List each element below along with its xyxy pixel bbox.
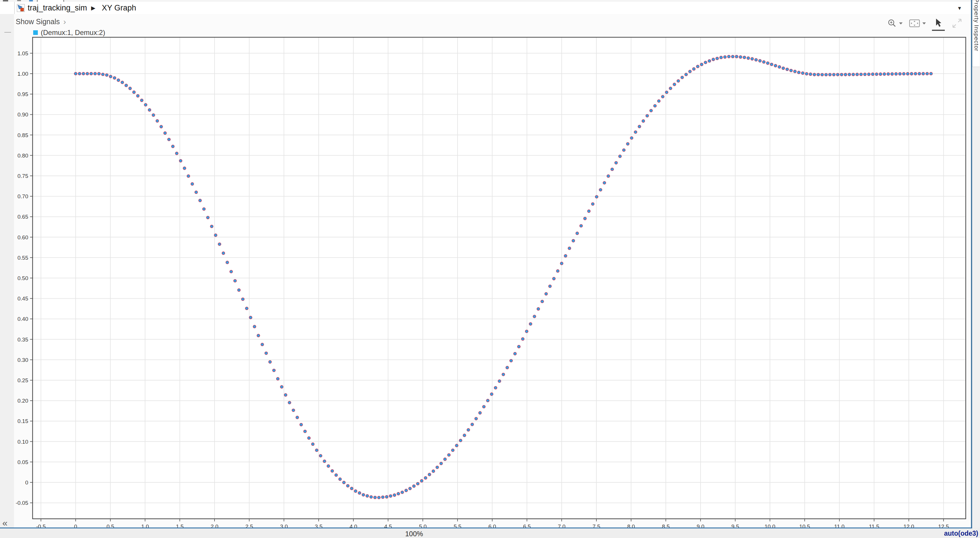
back-arrow-fragment [3,0,8,2]
property-inspector-tab[interactable]: Property Inspector [972,0,980,67]
right-panel-strip: Property Inspector [972,0,980,527]
status-bar: 100% auto(ode3) [0,527,980,538]
zoom-button[interactable] [887,18,903,28]
graph-canvas: -0.500.51.01.52.02.53.03.54.04.55.05.56.… [14,14,971,527]
plot-toolbar [887,17,962,30]
svg-text:0.20: 0.20 [18,398,28,404]
zoom-dropdown-caret[interactable] [899,22,903,25]
fit-to-view-icon [909,18,920,28]
svg-text:5.0: 5.0 [419,524,426,527]
svg-text:6.5: 6.5 [523,524,531,527]
chevron-right-icon: › [63,18,66,25]
svg-text:2.0: 2.0 [211,524,218,527]
svg-text:0.50: 0.50 [18,275,28,281]
svg-text:11.5: 11.5 [869,524,879,527]
svg-text:1.05: 1.05 [18,50,28,56]
svg-text:0.35: 0.35 [18,337,28,343]
svg-text:0.10: 0.10 [18,439,28,445]
maximize-button[interactable] [952,18,962,29]
svg-text:-0.05: -0.05 [16,500,28,506]
svg-text:0.85: 0.85 [18,132,28,138]
breadcrumb: traj_tracking_sim ▶ XY Graph ▼ [14,2,971,14]
svg-text:7.5: 7.5 [593,524,600,527]
svg-text:10.0: 10.0 [765,524,775,527]
svg-text:1.0: 1.0 [141,524,149,527]
svg-text:0.55: 0.55 [18,255,28,261]
svg-text:0.75: 0.75 [18,173,28,179]
svg-text:0.05: 0.05 [18,459,28,465]
svg-text:0.65: 0.65 [18,214,28,220]
svg-text:0.15: 0.15 [18,418,28,424]
svg-text:4.5: 4.5 [384,524,392,527]
svg-text:1.00: 1.00 [18,71,28,77]
svg-text:0.90: 0.90 [18,111,28,118]
breadcrumb-bar: traj_tracking_sim ▶ XY Graph ▼ [0,2,971,14]
svg-text:0.70: 0.70 [18,193,28,199]
breadcrumb-model[interactable]: traj_tracking_sim [28,3,87,13]
svg-text:12.0: 12.0 [904,524,914,527]
legend-label: (Demux:1, Demux:2) [41,29,105,37]
show-signals-link[interactable]: Show Signals › [16,18,66,26]
svg-text:-0.5: -0.5 [36,524,46,527]
fit-to-view-button[interactable] [909,18,926,28]
pointer-selected-underline [932,30,945,31]
model-icon-fragment [29,0,33,2]
svg-text:3.0: 3.0 [280,524,288,527]
breadcrumb-separator: ▶ [91,5,95,11]
svg-text:1.5: 1.5 [176,524,183,527]
property-inspector-tab-label: Property Inspector [973,0,980,51]
breadcrumb-block[interactable]: XY Graph [102,3,136,13]
svg-text:0.40: 0.40 [18,316,28,322]
simulink-model-icon [17,4,25,12]
svg-text:0.80: 0.80 [18,153,28,159]
svg-text:6.0: 6.0 [488,524,496,527]
status-bar-accent-border [0,527,972,528]
svg-text:0.60: 0.60 [18,234,28,240]
svg-text:8.5: 8.5 [662,524,670,527]
legend: (Demux:1, Demux:2) [33,29,105,37]
svg-text:0.25: 0.25 [18,377,28,384]
collapse-panel-button[interactable]: « [2,517,8,528]
fit-dropdown-caret[interactable] [922,22,926,25]
show-signals-label: Show Signals [16,18,60,26]
svg-text:0: 0 [74,524,78,527]
svg-text:11.0: 11.0 [834,524,845,527]
pointer-tool-icon [934,18,943,29]
maximize-icon [952,18,962,29]
svg-text:0.5: 0.5 [107,524,114,527]
svg-text:8.0: 8.0 [627,524,635,527]
gutter-divider [4,32,11,33]
zoom-in-icon [887,18,897,28]
svg-text:5.5: 5.5 [454,524,461,527]
svg-text:0.95: 0.95 [18,91,28,97]
svg-text:2.5: 2.5 [245,524,253,527]
legend-swatch [33,30,38,35]
svg-text:10.5: 10.5 [799,524,810,527]
left-gutter: « [0,14,14,527]
svg-text:9.5: 9.5 [732,524,739,527]
svg-text:0: 0 [25,479,28,485]
breadcrumb-history-caret[interactable]: ▼ [957,6,962,11]
forward-arrow-fragment [17,0,21,1]
pointer-tool-button[interactable] [934,18,943,29]
simulink-xy-graph-window: { "breadcrumb": { "model": "traj_trackin… [0,0,980,538]
svg-text:4.0: 4.0 [350,524,357,527]
svg-text:12.5: 12.5 [938,524,949,527]
solver-indicator: auto(ode3) [944,530,978,537]
svg-text:9.0: 9.0 [697,524,704,527]
svg-text:7.0: 7.0 [558,524,565,527]
plot-surface[interactable]: -0.500.51.01.52.02.53.03.54.04.55.05.56.… [14,14,971,527]
svg-text:0.45: 0.45 [18,296,28,302]
zoom-level-indicator: 100% [405,530,423,538]
svg-text:3.5: 3.5 [315,524,323,527]
svg-text:0.30: 0.30 [18,357,28,363]
